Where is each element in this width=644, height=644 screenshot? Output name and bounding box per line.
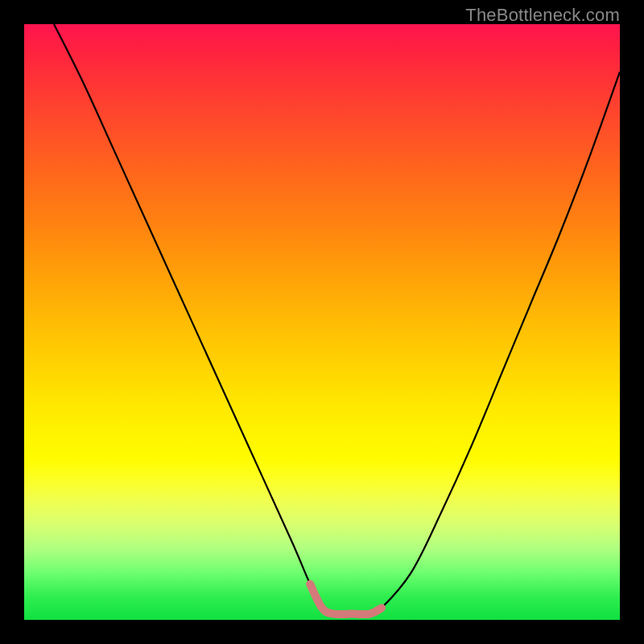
watermark-text: TheBottleneck.com xyxy=(465,5,620,26)
chart-plot-area xyxy=(24,24,620,620)
curve-layer xyxy=(24,24,620,620)
bottleneck-curve xyxy=(54,24,620,614)
optimal-range-marker xyxy=(310,584,382,615)
